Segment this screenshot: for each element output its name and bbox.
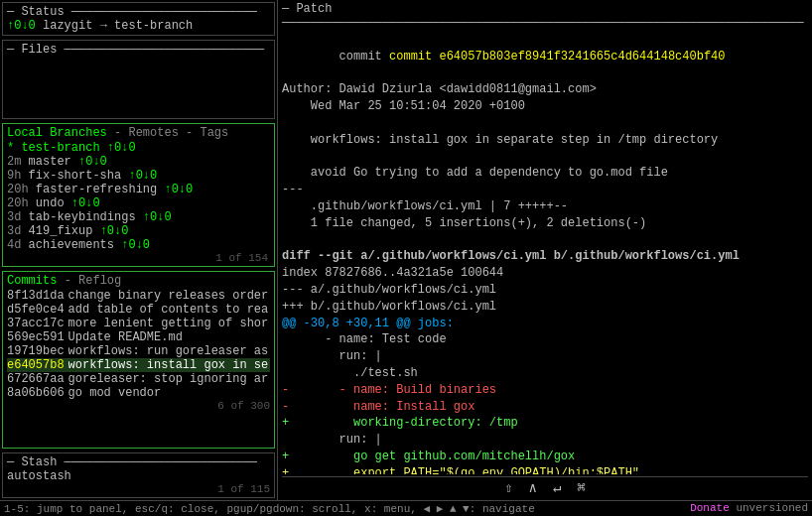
commit-hash-1: 8f13d1da [7, 289, 65, 303]
commits-header: Commits - Reflog [7, 274, 270, 288]
patch-rm2: - name: Install gox [282, 399, 808, 416]
branch-faster-refreshing[interactable]: 20h faster-refreshing ↑0↓0 [7, 183, 270, 196]
patch-ctx1: - name: Test code [282, 331, 808, 348]
patch-add1: + working-directory: /tmp [282, 415, 808, 432]
icon-command[interactable]: ⌘ [577, 479, 585, 496]
icon-up[interactable]: ∧ [529, 479, 537, 496]
commit-hash-2: d5fe0ce4 [7, 303, 65, 317]
branch-undo[interactable]: 20h undo ↑0↓0 [7, 196, 270, 210]
status-up-down: ↑0↓0 [7, 19, 36, 33]
patch-msg1: workflows: install gox in separate step … [282, 132, 808, 149]
branch-tab-keybindings[interactable]: 3d tab-keybindings ↑0↓0 [7, 210, 270, 224]
patch-diff-hunk: @@ -30,8 +30,11 @@ jobs: [282, 316, 808, 332]
branch-active-counters: ↑0↓0 [107, 141, 136, 155]
commit-row-4[interactable]: 569ec591 Update README.md [7, 330, 270, 344]
commit-row-6[interactable]: e64057b8 workflows: install gox in se [7, 358, 270, 372]
version-label: unversioned [736, 502, 808, 514]
patch-title: ─ Patch ────────────────────────────────… [282, 2, 808, 30]
commits-label: Commits [7, 274, 57, 288]
branch-active-item[interactable]: * test-branch ↑0↓0 [7, 141, 270, 155]
commit-row-8[interactable]: 8a06b606 go mod vendor [7, 386, 270, 400]
patch-add3: + export PATH="$(go env GOPATH)/bin:$PAT… [282, 465, 808, 474]
commit-hash-3: 37acc17c [7, 317, 65, 330]
patch-author: Author: Dawid Dziurla <dawidd0811@gmail.… [282, 81, 808, 98]
branches-section[interactable]: Local Branches - Remotes - Tags * test-b… [2, 123, 275, 267]
commits-page: 6 of 300 [7, 400, 270, 412]
commit-msg-4: Update README.md [68, 330, 183, 344]
patch-divider: --- [282, 182, 808, 198]
status-title: ─ Status ────────────────────────── [7, 5, 270, 19]
status-line: ↑0↓0 lazygit → test-branch [7, 19, 270, 33]
stash-page: 1 of 115 [7, 483, 270, 495]
patch-diff-old: --- a/.github/workflows/ci.yml [282, 282, 808, 299]
statusbar-right: Donate unversioned [690, 502, 808, 515]
tags-tab[interactable]: Tags [200, 126, 228, 140]
left-panel: ─ Status ────────────────────────── ↑0↓0… [0, 0, 278, 500]
patch-diff-new: +++ b/.github/workflows/ci.yml [282, 299, 808, 316]
right-panel: ─ Patch ────────────────────────────────… [278, 0, 812, 500]
patch-diff-index: index 87827686..4a321a5e 100644 [282, 265, 808, 282]
branch-achievements[interactable]: 4d achievements ↑0↓0 [7, 238, 270, 252]
stash-section: ─ Stash ─────────────────────────── auto… [2, 452, 275, 498]
patch-add2: + go get github.com/mitchellh/gox [282, 449, 808, 465]
patch-rm1: - - name: Build binaries [282, 382, 808, 399]
commit-msg-6: workflows: install gox in se [68, 358, 269, 372]
status-bar: 1-5: jump to panel, esc/q: close, pgup/p… [0, 500, 812, 516]
patch-filestat2: 1 file changed, 5 insertions(+), 2 delet… [282, 215, 808, 232]
branches-page: 1 of 154 [7, 252, 270, 264]
commits-section[interactable]: Commits - Reflog 8f13d1da change binary … [2, 271, 275, 449]
branch-master[interactable]: 2m master ↑0↓0 [7, 155, 270, 169]
reflog-tab[interactable]: Reflog [78, 274, 121, 288]
patch-diff-header: diff --git a/.github/workflows/ci.yml b/… [282, 248, 808, 265]
patch-msg2: avoid Go trying to add a dependency to g… [282, 165, 808, 182]
commit-hash-8: 8a06b606 [7, 386, 65, 400]
patch-commit-id: commit e64057b803ef8941f3241665c4d644148… [389, 50, 725, 64]
patch-commit-line: commit commit e64057b803ef8941f3241665c4… [282, 32, 808, 81]
commit-row-2[interactable]: d5fe0ce4 add table of contents to rea [7, 303, 270, 317]
patch-ctx4: run: | [282, 432, 808, 449]
icon-return[interactable]: ↵ [553, 479, 561, 496]
local-branches-label: Local Branches [7, 126, 107, 140]
branches-header: Local Branches - Remotes - Tags [7, 126, 270, 140]
commit-hash-4: 569ec591 [7, 330, 65, 344]
branches-sep1: - [114, 126, 128, 140]
commit-hash-5: 19719bec [7, 344, 65, 358]
remotes-tab[interactable]: Remotes [128, 126, 178, 140]
files-title: ─ Files ──────────────────────────── [7, 43, 270, 57]
commit-hash-7: 672667aa [7, 372, 65, 386]
status-app: lazygit [43, 19, 92, 33]
commit-msg-3: more lenient getting of shor [68, 317, 269, 330]
branch-419-fixup[interactable]: 3d 419_fixup ↑0↓0 [7, 224, 270, 238]
patch-date: Wed Mar 25 10:51:04 2020 +0100 [282, 98, 808, 115]
donate-link[interactable]: Donate [690, 502, 730, 514]
status-arrow: → [100, 19, 107, 33]
stash-item-autostash[interactable]: autostash [7, 469, 270, 483]
commit-msg-8: go mod vendor [68, 386, 162, 400]
commits-sep: - [65, 274, 78, 288]
patch-content: commit commit e64057b803ef8941f3241665c4… [282, 32, 808, 474]
commit-hash-6: e64057b8 [7, 358, 65, 372]
commit-msg-2: add table of contents to rea [68, 303, 269, 317]
commit-row-3[interactable]: 37acc17c more lenient getting of shor [7, 317, 270, 330]
icon-shift-up[interactable]: ⇧ [504, 479, 512, 496]
commit-row-5[interactable]: 19719bec workflows: run goreleaser as [7, 344, 270, 358]
patch-blank3 [282, 232, 808, 249]
branches-sep2: - [186, 126, 200, 140]
commit-msg-5: workflows: run goreleaser as [68, 344, 269, 358]
patch-icon-bar: ⇧ ∧ ↵ ⌘ [282, 476, 808, 498]
commit-msg-1: change binary releases order [68, 289, 269, 303]
commit-msg-7: goreleaser: stop ignoring ar [68, 372, 269, 386]
patch-blank1 [282, 115, 808, 132]
stash-title: ─ Stash ─────────────────────────── [7, 455, 270, 469]
commit-row-1[interactable]: 8f13d1da change binary releases order [7, 289, 270, 303]
patch-filestat1: .github/workflows/ci.yml | 7 +++++-- [282, 198, 808, 215]
statusbar-hint: 1-5: jump to panel, esc/q: close, pgup/p… [4, 502, 535, 515]
commit-row-7[interactable]: 672667aa goreleaser: stop ignoring ar [7, 372, 270, 386]
files-section: ─ Files ──────────────────────────── [2, 40, 275, 119]
status-branch: test-branch [114, 19, 193, 33]
patch-ctx3: ./test.sh [282, 365, 808, 382]
branch-fix-short-sha[interactable]: 9h fix-short-sha ↑0↓0 [7, 169, 270, 183]
patch-blank2 [282, 149, 808, 166]
patch-ctx2: run: | [282, 348, 808, 365]
status-section: ─ Status ────────────────────────── ↑0↓0… [2, 2, 275, 36]
